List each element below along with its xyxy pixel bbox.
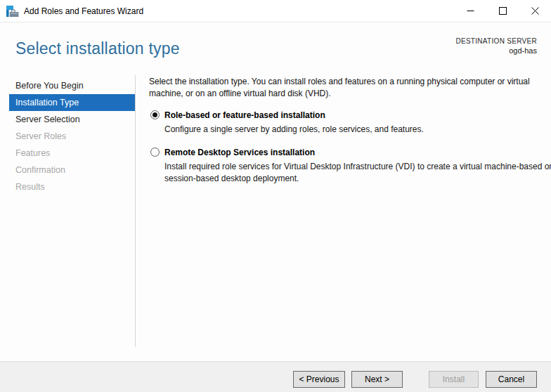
previous-button[interactable]: < Previous [293,371,345,388]
option-remote-desktop-label[interactable]: Remote Desktop Services installation [164,147,551,158]
destination-server-block: DESTINATION SERVER ogd-has [455,37,537,55]
cancel-button[interactable]: Cancel [486,371,537,388]
window-controls [454,0,551,22]
option-remote-desktop-description: Install required role services for Virtu… [164,161,551,185]
sidebar-item-before-you-begin[interactable]: Before You Begin [0,77,135,94]
close-icon[interactable] [519,0,551,22]
minimize-icon[interactable] [454,0,486,22]
destination-server-label: DESTINATION SERVER [455,37,537,45]
page-title: Select installation type [15,39,180,58]
destination-server-name: ogd-has [455,46,537,55]
option-role-based[interactable]: Role-based or feature-based installation… [149,110,551,136]
intro-text: Select the installation type. You can in… [149,76,548,100]
install-button[interactable]: Install [429,371,479,388]
sidebar-item-server-selection[interactable]: Server Selection [0,111,135,128]
option-remote-desktop[interactable]: Remote Desktop Services installation Ins… [149,147,551,185]
sidebar-item-confirmation: Confirmation [0,162,135,178]
title-bar: Add Roles and Features Wizard [0,0,551,22]
sidebar-item-server-roles: Server Roles [0,128,135,145]
radio-remote-desktop[interactable] [150,148,160,157]
wizard-footer: < Previous Next > Install Cancel [0,361,551,392]
window-title: Add Roles and Features Wizard [24,6,143,16]
installation-type-panel: Select the installation type. You can in… [149,76,551,185]
wizard-steps-sidebar: Before You Begin Installation Type Serve… [0,77,135,195]
sidebar-divider [135,75,136,347]
option-role-based-label[interactable]: Role-based or feature-based installation [164,110,551,121]
sidebar-item-results: Results [0,178,135,195]
server-manager-toolbox-icon [6,5,19,18]
sidebar-item-features: Features [0,145,135,162]
maximize-icon[interactable] [486,0,519,22]
sidebar-item-installation-type[interactable]: Installation Type [9,94,135,111]
option-role-based-description: Configure a single server by adding role… [164,124,551,136]
next-button[interactable]: Next > [351,371,403,388]
radio-role-based[interactable] [150,110,160,119]
